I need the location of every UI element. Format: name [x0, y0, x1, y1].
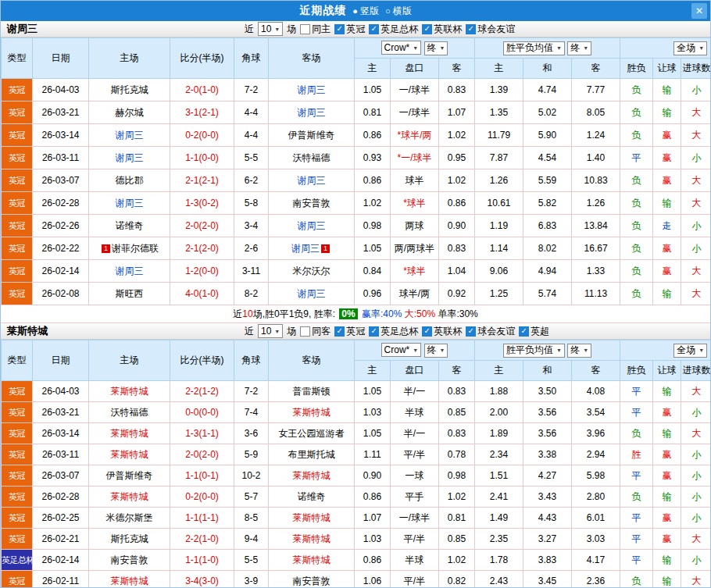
- scope-select[interactable]: 全场▼: [673, 344, 707, 358]
- col-header-corner: 角球: [234, 38, 269, 79]
- handicap-cell: 一球: [391, 465, 439, 486]
- away-team-name[interactable]: 莱斯特城: [293, 407, 330, 418]
- home-team-name[interactable]: 南安普敦: [111, 554, 148, 565]
- same-venue-checkbox[interactable]: 同主: [300, 23, 330, 36]
- odds-type-select[interactable]: 胜平负均值▼: [503, 344, 565, 358]
- away-team-name[interactable]: 谢周三: [298, 288, 326, 299]
- home-team-name[interactable]: 诺维奇: [116, 220, 144, 231]
- rounds-select[interactable]: 10▼: [258, 324, 283, 338]
- handicap-away-odds-cell: 0.83: [439, 381, 475, 402]
- handicap-time-select[interactable]: 终▼: [424, 344, 448, 358]
- home-team-name[interactable]: 斯托克城: [111, 533, 148, 544]
- scope-value: 全场: [677, 344, 695, 357]
- matches-table: 类型 日期 主场 比分(半场) 角球 客场 Crow*▼ 终▼ 胜平负均值▼ 终…: [1, 340, 711, 588]
- home-team-name[interactable]: 赫尔城: [116, 107, 144, 118]
- away-team-name[interactable]: 莱斯特城: [293, 470, 330, 481]
- away-team-name[interactable]: 谢周三: [291, 243, 320, 254]
- home-team-name[interactable]: 莱斯特城: [111, 491, 148, 502]
- league-checkbox[interactable]: ✓ 英冠: [334, 23, 365, 36]
- draw-odds-cell: 3.50: [523, 381, 572, 402]
- handicap-time-select[interactable]: 终▼: [424, 41, 448, 55]
- league-checkbox[interactable]: ✓ 英足总杯: [369, 325, 418, 338]
- league-type-cell: 英冠: [2, 423, 33, 444]
- away-team-name[interactable]: 普雷斯顿: [293, 386, 330, 397]
- league-checkbox[interactable]: ✓ 英冠: [334, 325, 365, 338]
- handicap-away-odds-cell: 0.83: [439, 237, 475, 260]
- col-header-home: 主场: [89, 38, 170, 79]
- odds-type-select[interactable]: 胜平负均值▼: [503, 41, 565, 55]
- table-header: 类型 日期 主场 比分(半场) 角球 客场 Crow*▼ 终▼ 胜平负均值▼ 终…: [2, 38, 711, 79]
- corner-cell: 10-2: [234, 465, 269, 486]
- away-team-cell: 谢周三1: [269, 237, 355, 260]
- same-venue-checkbox[interactable]: 同客: [300, 325, 330, 338]
- handicap-away-odds-cell: 0.85: [439, 529, 475, 550]
- league-type-cell: 英冠: [2, 147, 33, 169]
- home-team-name[interactable]: 伊普斯维奇: [106, 470, 153, 481]
- league-checkbox[interactable]: ✓ 英超: [519, 325, 549, 338]
- scope-select[interactable]: 全场▼: [673, 41, 707, 55]
- away-team-name[interactable]: 沃特福德: [293, 152, 330, 163]
- match-row: 英冠 26-03-14 莱斯特城 1-3(1-1) 3-6 女王公园巡游者 1.…: [2, 423, 711, 444]
- match-row: 英冠 26-03-21 赫尔城 3-1(2-1) 4-4 谢周三 0.81 一/…: [2, 102, 711, 124]
- layout-radio-vertical[interactable]: ● 竖版: [352, 5, 379, 18]
- home-team-cell: 莱斯特城: [89, 486, 170, 508]
- league-checkbox[interactable]: ✓ 英联杯: [422, 23, 462, 36]
- date-cell: 26-02-28: [33, 486, 89, 508]
- handicap-cell: 两/两球半: [391, 237, 439, 260]
- rounds-select[interactable]: 10▼: [258, 22, 283, 36]
- home-team-name[interactable]: 斯旺西: [116, 288, 144, 299]
- close-button[interactable]: ✕: [691, 3, 707, 19]
- home-team-name[interactable]: 沃特福德: [111, 407, 148, 418]
- home-team-name[interactable]: 莱斯特城: [111, 576, 148, 586]
- home-team-name[interactable]: 莱斯特城: [111, 449, 148, 460]
- away-team-name[interactable]: 伊普斯维奇: [288, 130, 335, 141]
- home-win-odds-cell: 2.43: [475, 571, 523, 588]
- home-team-name[interactable]: 斯托克城: [111, 84, 148, 95]
- bookmaker-select[interactable]: Crow*▼: [381, 41, 422, 55]
- away-team-name[interactable]: 布里斯托城: [288, 449, 335, 460]
- odds-time-select[interactable]: 终▼: [567, 344, 591, 358]
- away-win-odds-cell: 1.24: [572, 124, 620, 147]
- handicap-cell: 半/一: [391, 381, 439, 402]
- bookmaker-select[interactable]: Crow*▼: [381, 343, 422, 357]
- layout-radio-horizontal[interactable]: ○ 横版: [385, 5, 412, 18]
- league-checkbox[interactable]: ✓ 球会友谊: [466, 23, 515, 36]
- home-team-name[interactable]: 谢菲尔德联: [112, 243, 159, 254]
- home-team-name[interactable]: 莱斯特城: [111, 428, 148, 439]
- league-checkbox[interactable]: ✓ 球会友谊: [466, 325, 515, 338]
- away-team-name[interactable]: 诺维奇: [298, 491, 326, 502]
- home-win-odds-cell: 10.61: [475, 192, 523, 215]
- away-team-name[interactable]: 米尔沃尔: [293, 265, 330, 276]
- col-header-goals: 进球数: [681, 59, 711, 79]
- away-win-odds-cell: 4.17: [572, 550, 620, 571]
- away-team-name[interactable]: 谢周三: [298, 107, 326, 118]
- home-team-name[interactable]: 莱斯特城: [111, 386, 148, 397]
- corner-cell: 5-9: [234, 444, 269, 465]
- league-checkbox[interactable]: ✓ 英联杯: [422, 325, 462, 338]
- handicap-home-odds-cell: 1.07: [355, 508, 391, 529]
- league-checkbox[interactable]: ✓ 英足总杯: [369, 23, 418, 36]
- away-team-name[interactable]: 女王公园巡游者: [279, 428, 345, 439]
- away-team-name[interactable]: 莱斯特城: [293, 554, 330, 565]
- date-cell: 26-03-14: [33, 423, 89, 444]
- odds-time-select[interactable]: 终▼: [567, 41, 591, 55]
- home-team-name[interactable]: 谢周三: [116, 265, 144, 276]
- away-team-name[interactable]: 谢周三: [298, 220, 326, 231]
- col-header-date: 日期: [33, 340, 89, 381]
- away-team-name[interactable]: 南安普敦: [293, 576, 330, 586]
- home-team-name[interactable]: 谢周三: [116, 152, 144, 163]
- home-team-name[interactable]: 谢周三: [116, 198, 144, 208]
- away-team-name[interactable]: 莱斯特城: [293, 512, 330, 523]
- radio-selected-icon: ●: [352, 7, 358, 16]
- match-row: 英冠 26-04-03 斯托克城 2-0(1-0) 7-2 谢周三 1.05 一…: [2, 79, 711, 102]
- home-team-name[interactable]: 米德尔斯堡: [106, 512, 153, 523]
- away-team-name[interactable]: 谢周三: [298, 175, 326, 186]
- caret-down-icon: ▼: [556, 347, 562, 353]
- away-team-name[interactable]: 南安普敦: [293, 198, 330, 208]
- away-team-name[interactable]: 谢周三: [298, 84, 326, 95]
- corner-cell: 7-4: [234, 402, 269, 423]
- home-team-name[interactable]: 德比郡: [116, 175, 144, 186]
- home-team-name[interactable]: 谢周三: [116, 130, 144, 141]
- away-team-name[interactable]: 莱斯特城: [293, 533, 330, 544]
- caret-down-icon: ▼: [413, 347, 418, 353]
